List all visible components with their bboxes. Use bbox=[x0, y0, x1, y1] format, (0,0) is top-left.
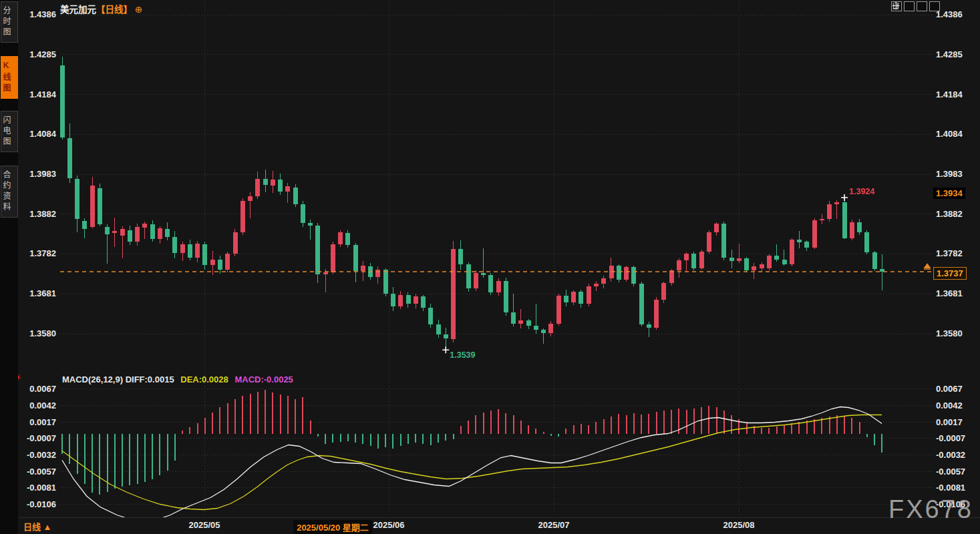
time-axis-bar: 日线 ▲ 2025/052025/05/20 星期二2025/062025/07… bbox=[18, 517, 980, 534]
candle-body bbox=[248, 196, 253, 201]
candle-body bbox=[345, 233, 350, 245]
candle-body bbox=[375, 270, 380, 277]
fit-right-axis-icon[interactable] bbox=[917, 1, 927, 11]
candle-body bbox=[804, 242, 809, 247]
candle-body bbox=[75, 179, 79, 220]
candle-body bbox=[834, 202, 839, 204]
dea-line bbox=[62, 415, 882, 510]
period-selector[interactable]: 日线 ▲ bbox=[23, 520, 51, 533]
candle-body bbox=[631, 267, 636, 284]
selected-date-label: 2025/05/20 星期二 bbox=[293, 520, 372, 534]
candle-body bbox=[699, 252, 704, 268]
candle-body bbox=[857, 222, 862, 232]
macd-axis-label-left: -0.0106 bbox=[15, 499, 56, 509]
sidebar-tab-K线图[interactable]: K线图 bbox=[1, 56, 18, 99]
candle-body bbox=[67, 138, 72, 178]
candle-body bbox=[308, 223, 313, 226]
macd-dea-value: DEA:0.0028 bbox=[180, 374, 228, 384]
candle-body bbox=[617, 266, 621, 280]
candle-body bbox=[210, 260, 215, 265]
pan-right-icon[interactable] bbox=[929, 1, 940, 11]
candle-body bbox=[587, 286, 591, 304]
candle-body bbox=[301, 204, 305, 224]
chart-toolbar bbox=[891, 1, 940, 11]
candle-body bbox=[812, 220, 817, 247]
price-axis-label-right: 1.3580 bbox=[936, 328, 963, 338]
add-indicator-icon[interactable]: ⊕ bbox=[135, 5, 142, 15]
candle-body bbox=[797, 240, 802, 242]
candle-body bbox=[135, 227, 140, 242]
candle-body bbox=[760, 264, 764, 269]
candle-body bbox=[677, 260, 681, 270]
low-annotation: 1.3539 bbox=[450, 350, 475, 360]
sidebar: 分时图K线图闪电图合约资料 bbox=[0, 0, 18, 534]
candle-body bbox=[90, 186, 95, 227]
candle-body bbox=[353, 245, 358, 271]
candle-body bbox=[391, 294, 395, 306]
macd-name-diff: MACD(26,12,9) DIFF:0.0015 bbox=[62, 374, 174, 384]
candle-body bbox=[872, 252, 877, 269]
macd-axis-label-left: 0.0017 bbox=[15, 417, 56, 427]
candle-body bbox=[556, 296, 561, 324]
diff-line bbox=[62, 407, 882, 521]
candle-body bbox=[594, 284, 599, 286]
candle-body bbox=[278, 180, 283, 192]
candle-body bbox=[293, 188, 298, 204]
macd-axis-label-left: -0.0032 bbox=[15, 450, 56, 460]
candle-body bbox=[782, 260, 787, 264]
candle-body bbox=[323, 272, 328, 275]
macd-axis-label-left: 0.0067 bbox=[15, 384, 56, 394]
candle-body bbox=[451, 249, 456, 339]
candle-body bbox=[60, 65, 65, 138]
candle-body bbox=[172, 237, 177, 253]
candle-body bbox=[165, 229, 170, 237]
candle-body bbox=[421, 296, 426, 308]
candle-body bbox=[564, 296, 568, 302]
candle-body bbox=[398, 295, 403, 306]
time-axis-label: 2025/07 bbox=[538, 520, 570, 530]
candle-body bbox=[188, 244, 192, 258]
candle-body bbox=[225, 254, 230, 270]
macd-axis-label-left: -0.0057 bbox=[15, 467, 56, 477]
sidebar-tab-闪电图[interactable]: 闪电图 bbox=[1, 111, 18, 152]
candle-body bbox=[790, 240, 794, 264]
sidebar-tab-分时图[interactable]: 分时图 bbox=[1, 1, 18, 43]
macd-axis-label-right: -0.0007 bbox=[936, 433, 965, 443]
candle-body bbox=[548, 324, 553, 333]
symbol-title: 美元加元 bbox=[60, 5, 96, 15]
candlestick-macd-plot[interactable] bbox=[0, 0, 980, 534]
candle-body bbox=[361, 266, 365, 271]
macd-value: MACD:-0.0025 bbox=[234, 374, 293, 384]
last-price-badge: 1.3737 bbox=[933, 267, 967, 280]
candle-body bbox=[767, 256, 772, 268]
price-axis-label-left: 1.3983 bbox=[15, 169, 56, 179]
price-axis-label-left: 1.4285 bbox=[15, 49, 56, 59]
candle-body bbox=[601, 278, 606, 284]
candle-body bbox=[504, 281, 508, 312]
candle-body bbox=[474, 273, 478, 289]
candle-body bbox=[233, 232, 238, 254]
candle-body bbox=[639, 284, 644, 324]
candle-body bbox=[744, 258, 749, 270]
price-axis-label-left: 1.3580 bbox=[15, 328, 56, 338]
candle-body bbox=[669, 270, 674, 283]
candle-body bbox=[752, 266, 756, 270]
candle-body bbox=[526, 320, 531, 326]
price-axis-label-right: 1.3681 bbox=[936, 288, 963, 298]
price-axis-label-right: 1.3983 bbox=[936, 169, 963, 179]
macd-axis-label-left: -0.0081 bbox=[15, 483, 56, 493]
sidebar-tab-合约资料[interactable]: 合约资料 bbox=[1, 166, 18, 218]
fit-left-axis-icon[interactable] bbox=[904, 1, 915, 11]
price-axis-label-right: 1.3882 bbox=[936, 209, 963, 219]
candle-body bbox=[180, 244, 185, 253]
candle-body bbox=[285, 186, 290, 191]
candle-body bbox=[255, 179, 260, 196]
candle-body bbox=[158, 228, 162, 238]
candle-body bbox=[436, 324, 441, 334]
extreme-cross-marker bbox=[841, 194, 848, 201]
high-annotation: 1.3924 bbox=[849, 187, 874, 196]
candle-body bbox=[827, 204, 832, 220]
candle-body bbox=[150, 224, 155, 238]
candle-body bbox=[338, 232, 343, 244]
watermark: FX678 bbox=[888, 495, 973, 524]
